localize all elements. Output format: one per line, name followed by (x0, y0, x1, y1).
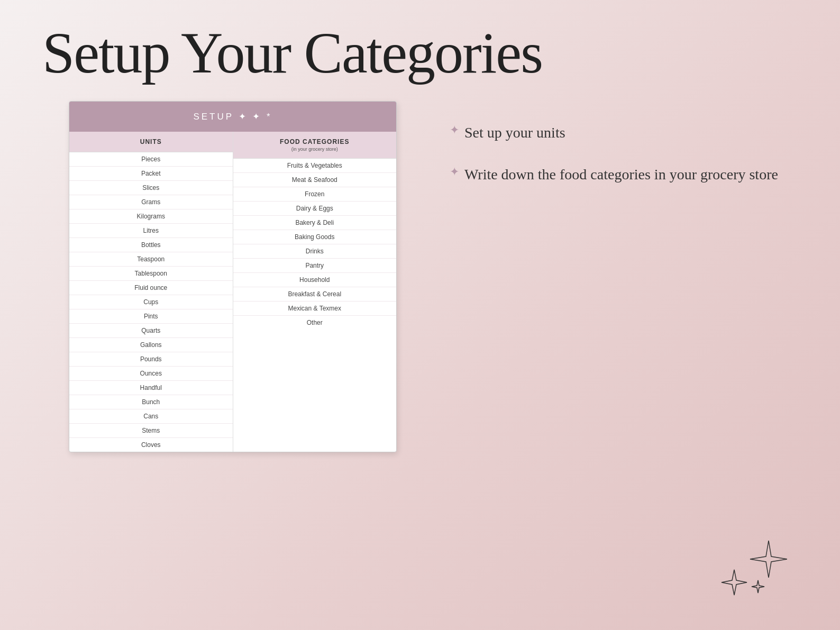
list-item: Tablespoon (69, 267, 233, 281)
list-item: Pantry (233, 259, 397, 273)
list-item: Fluid ounce (69, 281, 233, 295)
sparkle-svg (718, 538, 787, 596)
list-item: Gallons (69, 338, 233, 352)
list-item: Cloves (69, 438, 233, 452)
info-text: Set up your units (464, 122, 565, 143)
info-panel: ✦Set up your units✦Write down the food c… (439, 101, 808, 216)
diamond-icon: ✦ (450, 165, 459, 179)
info-text: Write down the food categories in your g… (464, 164, 778, 185)
list-item: Bakery & Deli (233, 216, 397, 230)
list-item: Litres (69, 224, 233, 238)
list-item: Stems (69, 424, 233, 438)
list-item: Ounces (69, 367, 233, 381)
card-body: UNITS PiecesPacketSlicesGramsKilogramsLi… (69, 132, 396, 452)
list-item: Frozen (233, 187, 397, 202)
food-column: FOOD CATEGORIES (in your grocery store) … (233, 132, 397, 452)
list-item: Pints (69, 309, 233, 324)
list-item: Other (233, 316, 397, 330)
food-list: Fruits & VegetablesMeat & SeafoodFrozenD… (233, 159, 397, 330)
page-title: Setup Your Categories (0, 0, 840, 101)
food-col-header: FOOD CATEGORIES (in your grocery store) (233, 132, 397, 159)
list-item: Cans (69, 409, 233, 424)
card-header: SETUP ✦ ✦ * (69, 102, 396, 132)
list-item: Household (233, 273, 397, 287)
list-item: Packet (69, 167, 233, 181)
food-col-subheader: (in your grocery store) (239, 147, 391, 152)
list-item: Breakfast & Cereal (233, 287, 397, 302)
list-item: Fruits & Vegetables (233, 159, 397, 173)
list-item: Kilograms (69, 209, 233, 224)
list-item: Teaspoon (69, 252, 233, 267)
list-item: Handful (69, 381, 233, 395)
units-list: PiecesPacketSlicesGramsKilogramsLitresBo… (69, 152, 233, 452)
sparkle-decoration (718, 538, 787, 598)
list-item: Pieces (69, 152, 233, 167)
list-item: Bunch (69, 395, 233, 409)
list-item: Drinks (233, 244, 397, 259)
units-col-header: UNITS (69, 132, 233, 152)
main-content: SETUP ✦ ✦ * UNITS PiecesPacketSlicesGram… (0, 101, 840, 452)
units-column: UNITS PiecesPacketSlicesGramsKilogramsLi… (69, 132, 233, 452)
list-item: Grams (69, 195, 233, 209)
info-item: ✦Set up your units (450, 122, 798, 143)
list-item: Dairy & Eggs (233, 202, 397, 216)
list-item: Quarts (69, 324, 233, 338)
list-item: Cups (69, 295, 233, 309)
list-item: Baking Goods (233, 230, 397, 244)
diamond-icon: ✦ (450, 123, 459, 137)
list-item: Mexican & Texmex (233, 302, 397, 316)
list-item: Meat & Seafood (233, 173, 397, 187)
setup-card: SETUP ✦ ✦ * UNITS PiecesPacketSlicesGram… (69, 101, 397, 452)
list-item: Bottles (69, 238, 233, 252)
info-item: ✦Write down the food categories in your … (450, 164, 798, 185)
list-item: Slices (69, 181, 233, 195)
list-item: Pounds (69, 352, 233, 367)
